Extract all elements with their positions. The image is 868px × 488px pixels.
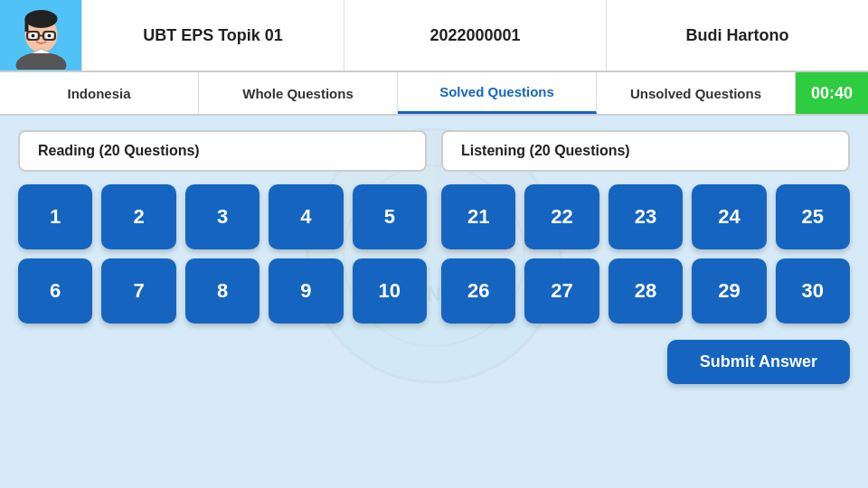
svg-point-10 [31,33,34,37]
listening-row-1: 21 22 23 24 25 [441,184,850,249]
question-btn-10[interactable]: 10 [353,258,427,324]
question-btn-2[interactable]: 2 [101,184,175,249]
svg-point-11 [47,33,51,37]
question-btn-22[interactable]: 22 [524,184,599,249]
reading-section-label: Reading (20 Questions) [18,130,427,172]
listening-row-2: 26 27 28 29 30 [441,258,850,324]
question-btn-24[interactable]: 24 [692,184,766,249]
listening-section-label: Listening (20 Questions) [441,130,850,172]
question-btn-1[interactable]: 1 [18,184,92,249]
question-btn-21[interactable]: 21 [441,184,515,249]
question-btn-28[interactable]: 28 [609,258,683,324]
question-btn-7[interactable]: 7 [101,258,175,324]
listening-questions: 21 22 23 24 25 26 27 28 29 30 [441,184,850,324]
tab-solved-questions[interactable]: Solved Questions [398,72,597,114]
header-info: UBT EPS Topik 01 2022000001 Budi Hartono [81,0,868,70]
reading-questions: 1 2 3 4 5 6 7 8 9 10 [18,184,427,324]
question-btn-26[interactable]: 26 [441,258,515,324]
svg-point-3 [24,10,57,28]
question-btn-5[interactable]: 5 [353,184,427,249]
question-btn-6[interactable]: 6 [18,258,92,324]
question-btn-27[interactable]: 27 [524,258,599,324]
question-btn-30[interactable]: 30 [776,258,850,324]
question-btn-23[interactable]: 23 [609,184,683,249]
nav-tabs: Indonesia Whole Questions Solved Questio… [0,72,868,116]
user-name: Budi Hartono [606,0,868,70]
submit-button[interactable]: Submit Answer [667,340,850,384]
reading-row-1: 1 2 3 4 5 [18,184,427,249]
question-btn-29[interactable]: 29 [692,258,766,324]
tab-unsolved-questions[interactable]: Unsolved Questions [597,72,796,114]
sections: Reading (20 Questions) Listening (20 Que… [18,130,850,172]
question-btn-3[interactable]: 3 [185,184,259,249]
tab-indonesia[interactable]: Indonesia [0,72,199,114]
exam-title: UBT EPS Topik 01 [81,0,344,70]
avatar [7,2,75,70]
exam-code: 2022000001 [344,0,606,70]
questions-grid: 1 2 3 4 5 6 7 8 9 10 21 22 23 24 25 [18,184,850,324]
question-btn-8[interactable]: 8 [185,258,259,324]
header: UBT EPS Topik 01 2022000001 Budi Hartono [0,0,868,72]
question-btn-25[interactable]: 25 [776,184,850,249]
question-btn-4[interactable]: 4 [269,184,343,249]
submit-row: Submit Answer [18,340,850,384]
svg-point-0 [15,52,66,70]
timer-display: 00:40 [796,72,868,114]
svg-rect-4 [24,19,28,32]
tab-whole-questions[interactable]: Whole Questions [199,72,398,114]
question-btn-9[interactable]: 9 [269,258,343,324]
avatar-area [0,0,81,70]
main-content: INDONESIA Reading (20 Questions) Listeni… [0,116,868,399]
reading-row-2: 6 7 8 9 10 [18,258,427,324]
